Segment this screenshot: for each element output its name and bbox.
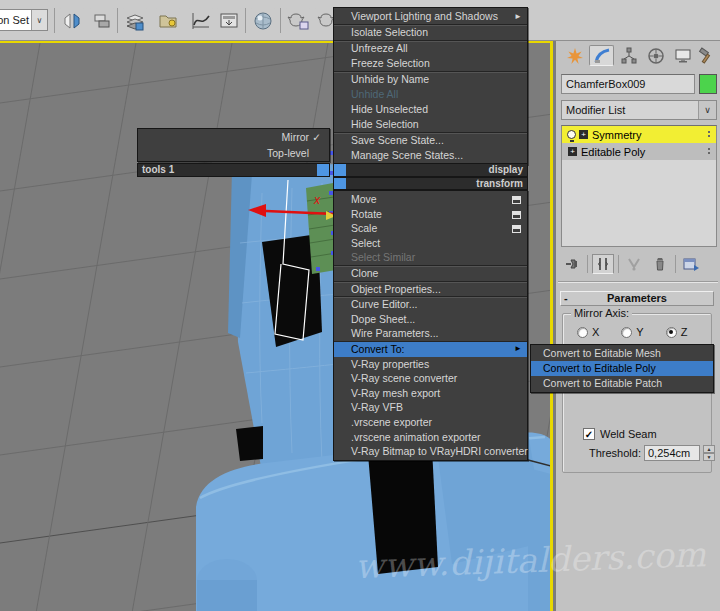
- menu-item-manage-scene-states[interactable]: Manage Scene States...: [334, 148, 527, 163]
- modify-icon: [593, 47, 611, 65]
- menu-item-dope-sheet[interactable]: Dope Sheet...: [334, 312, 527, 327]
- radio-circle-icon: [577, 327, 588, 338]
- spinner-down-icon[interactable]: ▼: [703, 453, 715, 461]
- modifier-stack-item-symmetry[interactable]: + Symmetry: [562, 126, 716, 143]
- material-editor-button[interactable]: [250, 8, 276, 34]
- menu-item-scale[interactable]: Scale: [334, 221, 527, 236]
- modifier-label: Editable Poly: [581, 146, 645, 158]
- radio-label: X: [592, 326, 599, 338]
- make-unique-button[interactable]: [623, 254, 645, 274]
- radio-x[interactable]: X: [577, 326, 599, 338]
- mirror-axis-group: Mirror Axis: X Y Z ✓ Weld Seam Threshold…: [562, 313, 712, 473]
- settings-box-icon[interactable]: [512, 211, 521, 219]
- selection-set-value: on Set: [0, 14, 31, 26]
- menu-item-convert-to-editable-poly[interactable]: Convert to Editable Poly: [531, 361, 713, 376]
- check-icon: ✓: [309, 129, 321, 145]
- menu-item-isolate-selection[interactable]: Isolate Selection: [334, 25, 527, 40]
- toolbar-separator: [280, 8, 281, 33]
- tab-utilities[interactable]: [693, 45, 718, 66]
- spinner-up-icon[interactable]: ▲: [703, 445, 715, 453]
- mirror-button[interactable]: [59, 8, 85, 34]
- parameters-rollout-header[interactable]: - Parameters: [560, 291, 714, 306]
- weld-seam-checkbox[interactable]: ✓: [583, 428, 595, 440]
- modifier-list-dropdown[interactable]: Modifier List ∨: [561, 100, 717, 120]
- scene-explorer-button[interactable]: [155, 8, 181, 34]
- menu-item-viewport-lighting-and-shadows[interactable]: Viewport Lighting and Shadows ►: [334, 9, 527, 24]
- layer-manager-button[interactable]: [122, 8, 148, 34]
- object-name-field[interactable]: ChamferBox009: [561, 74, 695, 94]
- object-color-swatch[interactable]: [699, 74, 717, 94]
- expand-icon[interactable]: +: [568, 147, 577, 156]
- menu-item-convert-to[interactable]: Convert To: ►: [334, 342, 527, 357]
- tab-motion[interactable]: [643, 45, 668, 66]
- threshold-row: Threshold: 0,254cm ▲▼: [589, 445, 715, 461]
- menu-item-unfreeze-all[interactable]: Unfreeze All: [334, 41, 527, 56]
- tab-display[interactable]: [670, 45, 695, 66]
- curve-editor-button[interactable]: [188, 8, 214, 34]
- radio-circle-icon: [621, 327, 632, 338]
- menu-item-vrscene-animation-exporter[interactable]: .vrscene animation exporter: [334, 430, 527, 445]
- menu-item-convert-to-editable-patch[interactable]: Convert to Editable Patch: [531, 376, 713, 391]
- render-setup-button[interactable]: [285, 8, 311, 34]
- menu-item-vray-vfb[interactable]: V-Ray VFB: [334, 400, 527, 415]
- pin-stack-button[interactable]: [561, 254, 583, 274]
- expand-icon[interactable]: +: [579, 130, 588, 139]
- align-button[interactable]: [89, 8, 115, 34]
- menu-item-vray-bitmap-to-vrayhdri[interactable]: V-Ray Bitmap to VRayHDRI converter: [334, 444, 527, 459]
- render-setup-icon: [286, 10, 310, 32]
- menu-item-vray-mesh-export[interactable]: V-Ray mesh export: [334, 386, 527, 401]
- weld-seam-row: ✓ Weld Seam: [583, 428, 657, 440]
- display-quad-title-bar[interactable]: display: [333, 163, 528, 177]
- menu-item-rotate[interactable]: Rotate: [334, 207, 527, 222]
- menu-item-select-similar: Select Similar: [334, 250, 527, 265]
- remove-modifier-button[interactable]: [649, 254, 671, 274]
- tab-hierarchy[interactable]: [616, 45, 641, 66]
- configure-modifier-sets-icon: [682, 256, 700, 272]
- show-end-result-button[interactable]: [592, 254, 614, 274]
- tab-create[interactable]: [562, 45, 587, 66]
- transform-quad-title-bar[interactable]: transform: [333, 177, 528, 191]
- modifier-stack: + Symmetry + Editable Poly: [561, 125, 717, 247]
- create-icon: [566, 47, 584, 65]
- pin-stack-icon: [564, 256, 580, 272]
- menu-item-unhide-by-name[interactable]: Unhide by Name: [334, 72, 527, 87]
- settings-box-icon[interactable]: [512, 196, 521, 204]
- menu-item-mirror[interactable]: Mirror✓: [138, 129, 329, 145]
- chevron-down-icon[interactable]: ∨: [698, 101, 716, 119]
- menu-item-curve-editor[interactable]: Curve Editor...: [334, 297, 527, 312]
- menu-item-vray-properties[interactable]: V-Ray properties: [334, 357, 527, 372]
- menu-item-vrscene-exporter[interactable]: .vrscene exporter: [334, 415, 527, 430]
- modifier-stack-item-editable-poly[interactable]: + Editable Poly: [562, 143, 716, 160]
- menu-item-move[interactable]: Move: [334, 192, 527, 207]
- tab-modify[interactable]: [589, 45, 614, 66]
- threshold-spinner[interactable]: ▲▼: [703, 445, 715, 461]
- schematic-view-button[interactable]: [216, 8, 242, 34]
- menu-item-vray-scene-converter[interactable]: V-Ray scene converter: [334, 371, 527, 386]
- threshold-field[interactable]: 0,254cm: [644, 445, 700, 461]
- named-selection-set-dropdown[interactable]: on Set ∨: [0, 9, 48, 31]
- x-axis-label: x: [313, 193, 321, 207]
- quad-title: display: [489, 164, 523, 175]
- menu-item-top-level[interactable]: Top-level: [138, 145, 329, 161]
- menu-item-wire-parameters[interactable]: Wire Parameters...: [334, 326, 527, 341]
- chevron-down-icon[interactable]: ∨: [31, 10, 47, 30]
- settings-box-icon[interactable]: [512, 225, 521, 233]
- scene-explorer-icon: [157, 10, 179, 32]
- lightbulb-icon[interactable]: [567, 130, 576, 139]
- motion-icon: [647, 47, 665, 65]
- menu-item-select[interactable]: Select: [334, 236, 527, 251]
- menu-item-object-properties[interactable]: Object Properties...: [334, 282, 527, 297]
- tools-quad-title-bar[interactable]: tools 1: [137, 163, 330, 177]
- collapse-icon[interactable]: -: [564, 292, 568, 305]
- menu-item-hide-unselected[interactable]: Hide Unselected: [334, 102, 527, 117]
- menu-item-convert-to-editable-mesh[interactable]: Convert to Editable Mesh: [531, 346, 713, 361]
- menu-item-clone[interactable]: Clone: [334, 266, 527, 281]
- stack-dots: [706, 146, 712, 156]
- menu-item-hide-selection[interactable]: Hide Selection: [334, 117, 527, 132]
- menu-item-freeze-selection[interactable]: Freeze Selection: [334, 56, 527, 71]
- menu-item-save-scene-state[interactable]: Save Scene State...: [334, 133, 527, 148]
- radio-y[interactable]: Y: [621, 326, 643, 338]
- configure-modifier-sets-button[interactable]: [680, 254, 702, 274]
- mirror-axis-label: Mirror Axis:: [571, 307, 632, 319]
- radio-z[interactable]: Z: [666, 326, 688, 338]
